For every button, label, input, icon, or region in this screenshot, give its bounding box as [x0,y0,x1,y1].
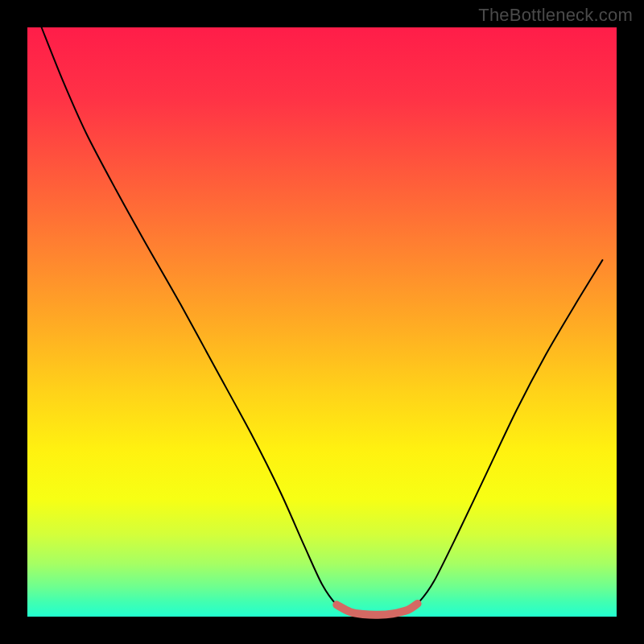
bottleneck-curve-chart [0,0,644,644]
watermark-text: TheBottleneck.com [478,5,633,26]
gradient-plot-background [27,27,617,617]
chart-container: TheBottleneck.com [0,0,644,644]
